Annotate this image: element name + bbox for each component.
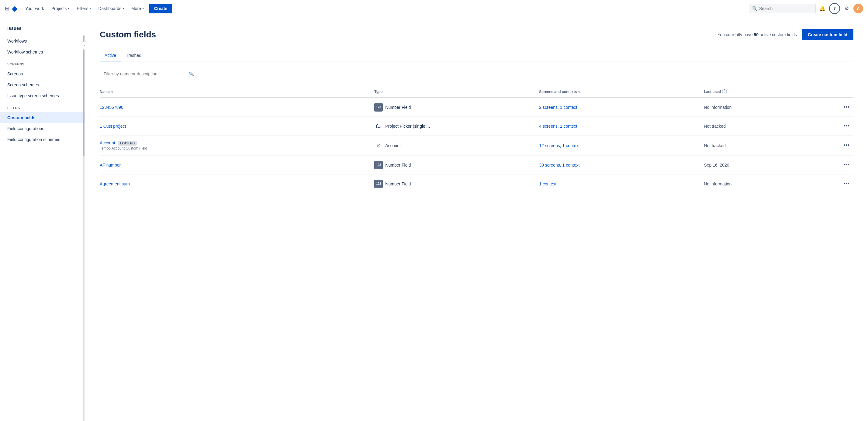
screens-link[interactable]: 12 screens, 1 context: [539, 143, 580, 148]
top-navigation: ⊞ ◆ Your work Projects ▾ Filters ▾ Dashb…: [0, 0, 868, 17]
nav-filters[interactable]: Filters ▾: [73, 4, 94, 13]
sidebar-item-screen-schemes[interactable]: Screen schemes: [0, 79, 85, 90]
sidebar-scrollbar[interactable]: [83, 17, 85, 421]
sidebar-item-screens[interactable]: Screens: [0, 68, 85, 79]
main-content: Custom fields You currently have 90 acti…: [85, 17, 868, 421]
table-header: Name ⇅ Type Screens and contexts ⇅ Last …: [100, 86, 854, 98]
type-cell: 🗂 Project Picker (single ...: [374, 122, 539, 130]
search-bar[interactable]: 🔍: [749, 4, 816, 13]
screens-cell: 2 screens, 1 context: [539, 105, 704, 110]
settings-icon[interactable]: ⚙: [841, 3, 852, 14]
screens-link[interactable]: 2 screens, 1 context: [539, 105, 577, 110]
field-name-link[interactable]: Agreement sum: [100, 182, 130, 186]
col-header-type: Type: [374, 89, 539, 94]
page-header: Custom fields You currently have 90 acti…: [100, 29, 854, 40]
nav-projects[interactable]: Projects ▾: [48, 4, 73, 13]
type-label: Number Field: [385, 105, 411, 110]
page-header-right: You currently have 90 active custom fiel…: [717, 29, 854, 40]
sidebar-item-custom-fields[interactable]: Custom fields: [0, 112, 85, 123]
more-button[interactable]: •••: [841, 122, 852, 130]
tab-active[interactable]: Active: [100, 50, 121, 61]
help-icon[interactable]: ?: [722, 89, 727, 94]
screens-cell: 1 context: [539, 182, 704, 186]
filter-bar: 🔍: [100, 69, 854, 79]
field-name-cell: AF number: [100, 163, 374, 167]
actions-cell: •••: [841, 103, 854, 111]
screens-link[interactable]: 30 screens, 1 context: [539, 163, 580, 167]
sort-icon: ⇅: [111, 90, 114, 94]
sidebar-item-workflow-schemes[interactable]: Workflow schemes: [0, 46, 85, 58]
last-used-cell: No information: [704, 105, 841, 110]
grid-icon[interactable]: ⊞: [5, 5, 9, 12]
chevron-down-icon: ▾: [123, 7, 124, 10]
field-name-link[interactable]: AF number: [100, 163, 121, 167]
more-button[interactable]: •••: [841, 161, 852, 169]
more-button[interactable]: •••: [841, 103, 852, 111]
sidebar-fields-heading: Fields: [0, 101, 85, 112]
search-icon: 🔍: [752, 6, 757, 11]
type-label: Number Field: [385, 182, 411, 186]
sidebar-item-issue-type-screen-schemes[interactable]: Issue type screen schemes: [0, 90, 85, 101]
field-name-link[interactable]: Account: [100, 140, 115, 145]
type-cell: 123 Number Field: [374, 180, 539, 188]
nav-dashboards[interactable]: Dashboards ▾: [95, 4, 127, 13]
table-row: 1234567890 123 Number Field 2 screens, 1…: [100, 98, 854, 117]
more-button[interactable]: •••: [841, 179, 852, 188]
field-name-link[interactable]: 1234567890: [100, 105, 123, 110]
type-cell: 123 Number Field: [374, 103, 539, 111]
type-label: Number Field: [385, 163, 411, 167]
search-input[interactable]: [759, 6, 808, 11]
sort-icon: ⇅: [578, 90, 580, 94]
type-icon: 123: [374, 180, 383, 188]
table-body: 1234567890 123 Number Field 2 screens, 1…: [100, 98, 854, 193]
last-used-cell: Sep 16, 2020: [704, 163, 841, 167]
table-row: AF number 123 Number Field 30 screens, 1…: [100, 156, 854, 174]
jira-logo[interactable]: ◆: [12, 4, 17, 13]
col-header-name[interactable]: Name ⇅: [100, 89, 374, 94]
filter-search-icon: 🔍: [189, 71, 194, 76]
sidebar-item-workflows[interactable]: Workflows: [0, 36, 85, 46]
field-name-cell: 1234567890: [100, 105, 374, 110]
last-used-cell: No information: [704, 182, 841, 186]
type-cell: 123 Number Field: [374, 161, 539, 169]
chevron-down-icon: ▾: [89, 7, 91, 10]
field-name-cell: Account LOCKED Tempo Account Custom Fiel…: [100, 140, 374, 151]
filter-input[interactable]: [100, 69, 197, 79]
nav-more[interactable]: More ▾: [128, 4, 147, 13]
actions-cell: •••: [841, 161, 854, 169]
field-name-cell: Agreement sum: [100, 182, 374, 186]
actions-cell: •••: [841, 141, 854, 150]
field-name-link[interactable]: 1 Cust project: [100, 124, 126, 129]
type-label: Project Picker (single ...: [385, 124, 430, 129]
col-header-screens[interactable]: Screens and contexts ⇅: [539, 89, 704, 94]
active-count-text: You currently have 90 active custom fiel…: [717, 32, 797, 37]
screens-link[interactable]: 4 screens, 1 context: [539, 124, 577, 129]
more-button[interactable]: •••: [841, 141, 852, 150]
col-header-actions: [841, 89, 854, 94]
locked-badge: LOCKED: [118, 141, 136, 145]
create-custom-field-button[interactable]: Create custom field: [802, 29, 854, 40]
chevron-down-icon: ▾: [142, 7, 144, 10]
notifications-icon[interactable]: 🔔: [817, 3, 828, 14]
type-icon: 123: [374, 103, 383, 111]
sidebar: ‹ Issues Workflows Workflow schemes Scre…: [0, 17, 85, 421]
sidebar-item-issues-heading: Issues: [0, 23, 85, 36]
sidebar-item-field-config-schemes[interactable]: Field configuration schemes: [0, 134, 85, 145]
screens-cell: 12 screens, 1 context: [539, 143, 704, 148]
screens-cell: 4 screens, 1 context: [539, 124, 704, 129]
type-label: Account: [385, 143, 401, 148]
col-header-last-used: Last used ?: [704, 89, 841, 94]
sidebar-item-field-configurations[interactable]: Field configurations: [0, 123, 85, 134]
avatar[interactable]: A: [854, 4, 863, 13]
last-used-cell: Not tracked: [704, 143, 841, 148]
type-icon: 123: [374, 161, 383, 169]
nav-your-work[interactable]: Your work: [22, 4, 47, 13]
tab-trashed[interactable]: Trashed: [121, 50, 146, 61]
table-row: Account LOCKED Tempo Account Custom Fiel…: [100, 136, 854, 156]
actions-cell: •••: [841, 122, 854, 130]
chevron-down-icon: ▾: [68, 7, 69, 10]
help-icon[interactable]: ?: [829, 3, 840, 14]
filter-input-wrap: 🔍: [100, 69, 197, 79]
screens-link[interactable]: 1 context: [539, 182, 556, 186]
create-button[interactable]: Create: [149, 4, 173, 13]
